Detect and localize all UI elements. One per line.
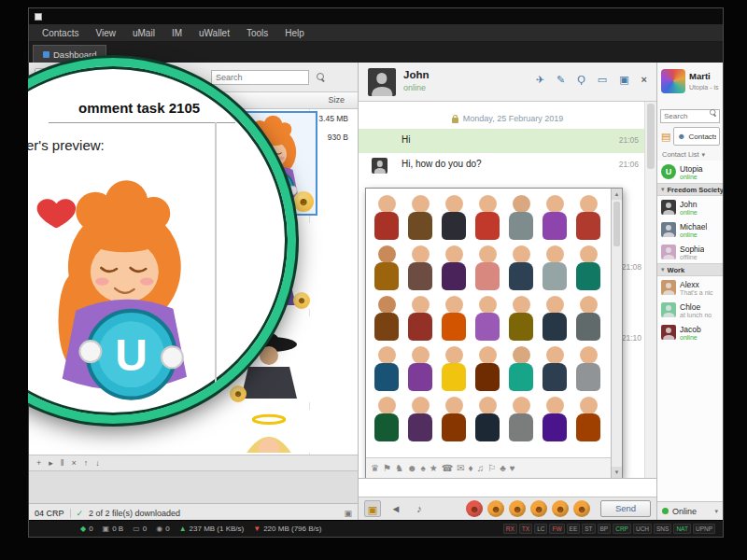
- file-search-input[interactable]: [211, 70, 309, 85]
- send-button[interactable]: Send: [600, 500, 651, 517]
- sticker[interactable]: [505, 344, 537, 393]
- sticker[interactable]: [472, 244, 503, 292]
- sticker[interactable]: [539, 193, 571, 242]
- close-icon[interactable]: ×: [641, 74, 647, 86]
- menu-item[interactable]: Contacts: [35, 26, 86, 40]
- sticker[interactable]: [572, 294, 604, 343]
- transfer-toolbar-icon[interactable]: +: [36, 458, 41, 468]
- group-freedom-society[interactable]: ▾ Freedom Society: [657, 183, 723, 196]
- sticker[interactable]: [472, 193, 503, 242]
- chat-message[interactable]: Hi, how do you do? 21:06: [359, 153, 644, 177]
- broadcast-icon[interactable]: ◄: [388, 500, 404, 517]
- sticker-scrollbar[interactable]: ▲ ▼: [611, 189, 622, 478]
- microphone-icon[interactable]: ♪: [411, 500, 428, 517]
- emoji-icon[interactable]: ☻: [552, 500, 569, 517]
- contact[interactable]: Chloe at lunch no: [657, 299, 723, 321]
- message-input[interactable]: [359, 480, 656, 497]
- sticker-category-icon[interactable]: ☎: [442, 463, 453, 473]
- sticker[interactable]: [472, 395, 503, 443]
- contact[interactable]: Michael online: [657, 218, 723, 241]
- address-book-icon[interactable]: ▤: [661, 131, 670, 143]
- menu-item[interactable]: Help: [277, 26, 312, 40]
- sticker[interactable]: [539, 395, 571, 443]
- sticker[interactable]: [371, 244, 402, 292]
- sticker-category-icon[interactable]: ♠: [420, 463, 425, 473]
- contact[interactable]: John online: [657, 196, 723, 218]
- sticker[interactable]: [539, 344, 571, 393]
- menu-item[interactable]: Tools: [239, 26, 275, 40]
- contact-list-selector[interactable]: Contact List ▾: [657, 148, 723, 161]
- contact-utopia[interactable]: U Utopia online: [657, 161, 723, 183]
- sticker[interactable]: [572, 244, 604, 292]
- sticker[interactable]: [505, 244, 537, 292]
- profile-block[interactable]: Marti Utopia - is the f: [657, 63, 723, 104]
- transfer-toolbar-icon[interactable]: ‖: [61, 458, 64, 468]
- group-work[interactable]: ▾ Work: [657, 263, 723, 276]
- sticker-category-icon[interactable]: ♣: [500, 463, 506, 473]
- sticker[interactable]: [438, 193, 470, 242]
- sticker[interactable]: [371, 294, 402, 343]
- sticker[interactable]: [438, 244, 470, 292]
- emoji-icon[interactable]: ☻: [573, 500, 590, 517]
- sticker-category-icon[interactable]: ♛: [371, 463, 379, 473]
- scrollbar-thumb[interactable]: [613, 202, 620, 246]
- sticker[interactable]: [404, 294, 436, 343]
- sticker-category-icon[interactable]: ♞: [395, 463, 403, 473]
- search-icon[interactable]: [317, 73, 326, 82]
- transfer-toolbar-icon[interactable]: ▸: [49, 458, 53, 468]
- sticker[interactable]: [438, 344, 470, 393]
- emoji-icon[interactable]: ☻: [509, 500, 526, 517]
- sticker[interactable]: [472, 344, 503, 393]
- sticker-category-icon[interactable]: ⚐: [487, 463, 496, 473]
- sticker[interactable]: [404, 193, 436, 242]
- transfer-toolbar-icon[interactable]: ↑: [84, 458, 89, 468]
- sticker[interactable]: [404, 395, 436, 443]
- sticker[interactable]: [371, 193, 402, 242]
- chat-message[interactable]: Hi 21:05: [359, 129, 644, 153]
- sticker[interactable]: [404, 344, 436, 393]
- sticker[interactable]: [539, 294, 571, 343]
- scrollbar-thumb[interactable]: [647, 104, 655, 169]
- sticker-category-icon[interactable]: ★: [430, 463, 438, 473]
- menu-item[interactable]: View: [88, 26, 123, 40]
- chat-scrollbar[interactable]: [644, 102, 656, 478]
- emoji-icon[interactable]: ☻: [530, 500, 547, 517]
- menu-item[interactable]: uMail: [125, 26, 162, 40]
- sticker[interactable]: [438, 294, 470, 343]
- scroll-down-icon[interactable]: ▼: [612, 467, 622, 478]
- menu-item[interactable]: uWallet: [191, 26, 237, 40]
- sticker[interactable]: [539, 244, 571, 292]
- sticker[interactable]: [371, 395, 402, 443]
- emoji-icon[interactable]: ☻: [487, 500, 504, 517]
- box-icon[interactable]: ▣: [344, 509, 352, 518]
- transfer-toolbar-icon[interactable]: ↓: [95, 458, 100, 468]
- sticker[interactable]: [505, 395, 537, 443]
- size-column-header[interactable]: Size: [328, 95, 345, 105]
- sticker[interactable]: [505, 193, 537, 242]
- tab-contacts[interactable]: ☻ Contacts: [673, 127, 720, 146]
- sticker[interactable]: [572, 395, 604, 443]
- contact[interactable]: Alexx That's a nic: [657, 276, 723, 299]
- sticker[interactable]: [371, 344, 402, 393]
- forward-icon[interactable]: ✈: [536, 74, 544, 86]
- sticker[interactable]: [572, 193, 604, 242]
- presence-selector[interactable]: Online ▾: [657, 501, 723, 520]
- file-row-sticker-angel[interactable]: [230, 410, 310, 453]
- sticker-category-icon[interactable]: ⚑: [383, 463, 391, 473]
- emoji-icon[interactable]: ☻: [466, 500, 483, 517]
- sticker[interactable]: [472, 294, 503, 343]
- sticker[interactable]: [572, 344, 604, 393]
- sticker-panel-icon[interactable]: ▣: [364, 500, 381, 517]
- sticker[interactable]: [404, 244, 436, 292]
- transfer-toolbar-icon[interactable]: ×: [72, 458, 77, 468]
- menu-item[interactable]: IM: [164, 26, 190, 40]
- contact[interactable]: Jacob online: [657, 321, 723, 343]
- contact[interactable]: Sophia offline: [657, 241, 723, 263]
- screenshare-icon[interactable]: ▭: [598, 74, 607, 86]
- sticker-category-icon[interactable]: ♦: [469, 463, 473, 473]
- sticker-category-icon[interactable]: ☻: [407, 463, 417, 473]
- sticker-category-icon[interactable]: ✉: [457, 463, 464, 473]
- sticker-category-icon[interactable]: ♥: [510, 463, 515, 473]
- sticker-category-icon[interactable]: ♫: [477, 463, 485, 473]
- sticker[interactable]: [438, 395, 470, 443]
